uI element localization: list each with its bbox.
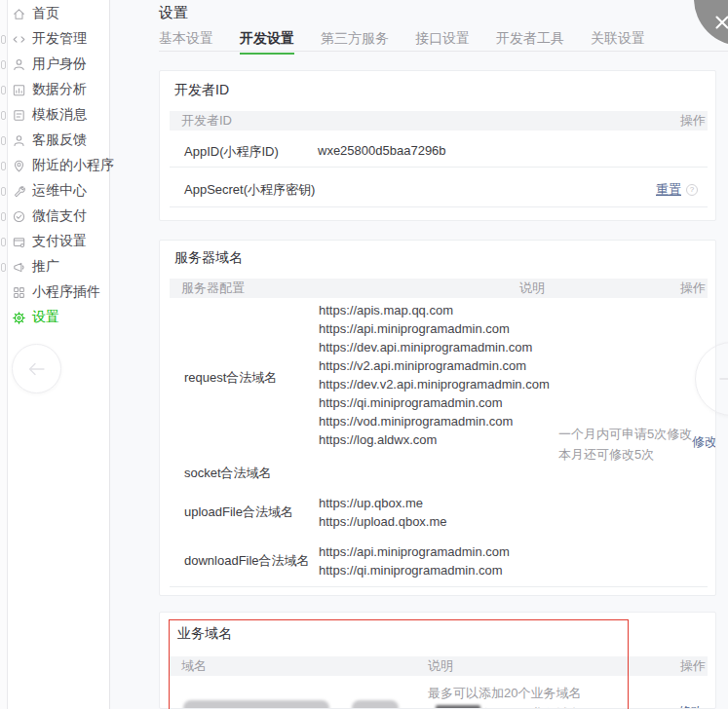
request-domain-list: https://apis.map.qq.com https://api.mini…: [319, 301, 550, 449]
row-divider: [170, 167, 708, 168]
sidebar-menu: 首页 开发管理 用户身份 数据分析 模板消息 客服反馈: [8, 0, 109, 330]
domain-url: https://apis.map.qq.com: [319, 301, 550, 319]
sidebar-item-plugins[interactable]: 小程序插件: [8, 280, 109, 305]
redacted-domain: [183, 700, 329, 709]
domain-url: https://dev.api.miniprogramadmin.com: [319, 338, 550, 356]
sidebar-item-promotion[interactable]: 推广: [8, 254, 109, 280]
clipped-icon-fragment: [1, 111, 6, 120]
redacted-domain: [352, 700, 399, 709]
socket-domain-label: socket合法域名: [184, 465, 272, 482]
code-icon: [12, 32, 26, 47]
sidebar-item-label: 首页: [32, 5, 59, 22]
user-icon: [12, 57, 26, 72]
sidebar-item-template-message[interactable]: 模板消息: [8, 102, 109, 128]
clipped-icon-fragment: [1, 60, 6, 69]
downloadfile-domain-label: downloadFile合法域名: [184, 552, 310, 570]
clipped-icon-fragment: [1, 263, 6, 272]
sidebar-item-wechat-pay[interactable]: 微信支付: [8, 204, 109, 229]
feedback-icon: [12, 133, 26, 148]
domain-url: https://qi.miniprogramadmin.com: [319, 561, 510, 579]
sidebar-item-label: 运维中心: [32, 182, 87, 200]
appid-value: wxe25800d5baa7296b: [318, 143, 446, 158]
sidebar-item-label: 客服反馈: [32, 131, 87, 149]
tab-related-settings[interactable]: 关联设置: [591, 30, 645, 55]
tab-dev-settings[interactable]: 开发设置: [240, 30, 294, 55]
sidebar-item-data-analysis[interactable]: 数据分析: [8, 77, 109, 102]
section-title-business-domains: 业务域名: [177, 625, 232, 643]
note-line: 最多可以添加20个业务域名: [428, 683, 581, 703]
column-header-desc: 说明: [519, 279, 545, 298]
redacted-text: [436, 705, 480, 709]
clipped-icon-fragment: [1, 86, 6, 94]
column-header-action: 操作: [680, 279, 706, 298]
clipped-icon-fragment: [1, 187, 6, 196]
reset-appsecret-link[interactable]: 重置: [656, 181, 681, 199]
template-message-icon: [12, 108, 26, 123]
tab-dev-tools[interactable]: 开发者工具: [496, 30, 564, 55]
arrow-left-icon: [24, 356, 50, 382]
pay-settings-icon: [12, 235, 26, 249]
sidebar-item-label: 附近的小程序: [32, 157, 114, 174]
plugin-grid-icon: [12, 285, 26, 300]
background-window-edge: [0, 0, 8, 709]
sidebar-item-user-identity[interactable]: 用户身份: [8, 52, 109, 77]
appsecret-actions: 重置 ?: [656, 181, 698, 199]
column-header: 域名: [181, 656, 207, 676]
domain-url: https://vod.miniprogramadmin.com: [319, 412, 550, 430]
developer-id-table-header: 开发者ID 操作: [170, 111, 708, 131]
domain-url: https://dev.v2.api.miniprogramadmin.com: [319, 375, 550, 393]
home-icon: [12, 7, 26, 21]
server-domains-note: 一个月内可申请5次修改 本月还可修改5次: [558, 424, 692, 465]
sidebar-item-label: 模板消息: [32, 106, 87, 124]
tab-third-party[interactable]: 第三方服务: [321, 30, 389, 55]
row-divider: [170, 586, 708, 587]
request-domain-label: request合法域名: [184, 369, 277, 387]
sidebar-item-nearby-miniprogram[interactable]: 附近的小程序: [8, 153, 109, 178]
column-header: 服务器配置: [181, 279, 245, 298]
sidebar-item-label: 推广: [32, 258, 59, 276]
modify-server-domains-link[interactable]: 修改: [692, 433, 716, 451]
domain-url: https://qi.miniprogramadmin.com: [319, 393, 550, 412]
settings-tabs: 基本设置 开发设置 第三方服务 接口设置 开发者工具 关联设置: [159, 30, 645, 55]
sidebar-item-dev-management[interactable]: 开发管理: [8, 26, 109, 52]
sidebar-item-settings[interactable]: 设置: [8, 305, 109, 330]
domain-url: https://upload.qbox.me: [319, 512, 447, 531]
sidebar-item-pay-settings[interactable]: 支付设置: [8, 229, 109, 254]
sidebar-item-feedback[interactable]: 客服反馈: [8, 128, 109, 153]
sidebar-item-label: 微信支付: [32, 207, 87, 225]
close-icon[interactable]: [713, 14, 728, 31]
prev-page-button[interactable]: [12, 344, 61, 393]
domain-url: https://api.miniprogramadmin.com: [319, 542, 510, 561]
note-line: 一个月内可申请5次修改: [558, 424, 692, 444]
gear-icon: [12, 311, 26, 325]
modify-business-domains-link[interactable]: 修改: [678, 703, 704, 709]
domain-url: https://api.miniprogramadmin.com: [319, 319, 550, 338]
column-header: 开发者ID: [181, 111, 232, 131]
server-domains-card: 服务器域名 服务器配置 说明 操作 request合法域名 https://ap…: [159, 240, 716, 596]
uploadfile-domain-list: https://up.qbox.me https://upload.qbox.m…: [319, 494, 447, 531]
domain-url: https://up.qbox.me: [319, 494, 447, 512]
sidebar-item-label: 数据分析: [32, 81, 87, 98]
business-domains-card: 业务域名 域名 说明 操作 最多可以添加20个业务域名 一个月可修改50次业务域…: [159, 612, 716, 709]
section-title-developer-id: 开发者ID: [174, 82, 229, 99]
tab-basic-settings[interactable]: 基本设置: [159, 30, 213, 55]
wrench-icon: [12, 184, 26, 199]
sidebar-item-label: 设置: [32, 309, 59, 326]
tab-api-settings[interactable]: 接口设置: [415, 30, 470, 55]
domain-url: https://v2.api.miniprogramadmin.com: [319, 356, 550, 375]
help-icon[interactable]: ?: [686, 184, 698, 196]
clipped-icon-fragment: [1, 35, 6, 44]
uploadfile-domain-label: uploadFile合法域名: [184, 504, 293, 521]
sidebar-item-label: 支付设置: [32, 233, 87, 250]
clipped-icon-fragment: [1, 238, 6, 246]
sidebar-item-label: 开发管理: [32, 30, 87, 48]
sidebar-item-home[interactable]: 首页: [8, 1, 109, 26]
column-header-action: 操作: [680, 111, 706, 131]
note-line: 本月还可修改5次: [558, 444, 692, 465]
sidebar-item-ops-center[interactable]: 运维中心: [8, 178, 109, 204]
appid-label: AppID(小程序ID): [184, 143, 279, 161]
wechat-mp-settings-page: 首页 开发管理 用户身份 数据分析 模板消息 客服反馈: [0, 0, 728, 709]
section-title-server-domains: 服务器域名: [174, 249, 243, 267]
developer-id-card: 开发者ID 开发者ID 操作 AppID(小程序ID) wxe25800d5ba…: [159, 70, 716, 221]
clipped-icon-fragment: [1, 162, 6, 170]
